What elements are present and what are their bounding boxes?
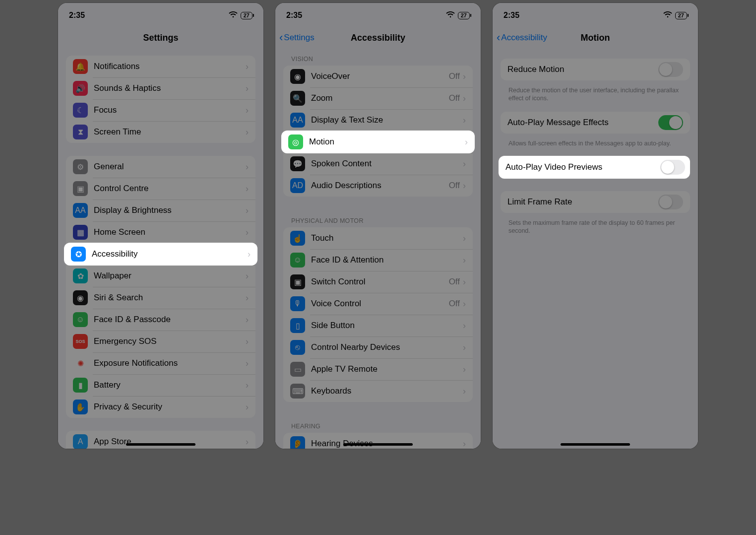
row-icon: ☝: [290, 231, 305, 246]
list-row[interactable]: AA Display & Brightness ›: [66, 200, 255, 221]
settings-group-3: A App Store ›: [66, 431, 255, 449]
list-row[interactable]: A App Store ›: [66, 431, 255, 449]
toggle-switch[interactable]: [658, 115, 683, 130]
toggle-row[interactable]: Auto-Play Message Effects: [501, 112, 690, 134]
row-icon: ▣: [73, 181, 88, 196]
row-icon: ☺: [73, 312, 88, 327]
list-row[interactable]: ☝ Touch ›: [283, 227, 473, 249]
section-motor: PHYSICAL AND MOTOR: [275, 209, 481, 227]
motion-row-highlight[interactable]: ◎ Motion ›: [281, 131, 475, 153]
list-row[interactable]: ◉ VoiceOver Off ›: [283, 66, 473, 87]
list-row[interactable]: AD Audio Descriptions Off ›: [283, 175, 473, 197]
row-label: Zoom: [311, 93, 449, 103]
toggle-switch[interactable]: [658, 62, 683, 77]
row-label: Emergency SOS: [94, 336, 246, 346]
back-label: Accessibility: [501, 33, 547, 43]
list-row[interactable]: ▭ Apple TV Remote ›: [283, 358, 473, 380]
section-vision: VISION: [275, 48, 481, 66]
phone-settings: 2:35 27 Settings 🔔 Notifications › 🔊 Sou…: [58, 3, 263, 449]
list-row[interactable]: ▦ Home Screen ›: [66, 221, 255, 243]
phone-motion: 2:35 27 ‹ Accessibility Motion Reduce Mo…: [493, 3, 698, 449]
list-row[interactable]: ⧗ Screen Time ›: [66, 121, 255, 143]
list-row[interactable]: ▮ Battery ›: [66, 374, 255, 396]
list-row[interactable]: 🔍 Zoom Off ›: [283, 87, 473, 109]
list-row[interactable]: ✋ Privacy & Security ›: [66, 396, 255, 418]
back-button[interactable]: ‹ Accessibility: [497, 32, 547, 43]
chevron-right-icon: ›: [246, 162, 249, 172]
toggle-label: Auto-Play Message Effects: [507, 118, 658, 128]
row-icon: ⧗: [73, 125, 88, 139]
toggle-switch[interactable]: [658, 195, 683, 209]
row-label: Face ID & Passcode: [94, 315, 246, 325]
chevron-right-icon: ›: [246, 336, 249, 347]
nav-header: ‹ Accessibility Motion: [493, 28, 698, 48]
list-row[interactable]: 👂 Hearing Devices ›: [283, 433, 473, 449]
list-row[interactable]: ⌨ Keyboards ›: [283, 380, 473, 402]
section-hearing: HEARING: [275, 415, 481, 433]
list-row[interactable]: 💬 Spoken Content ›: [283, 153, 473, 175]
list-row[interactable]: ☺ Face ID & Passcode ›: [66, 309, 255, 331]
chevron-left-icon: ‹: [279, 32, 283, 43]
list-row[interactable]: ▣ Control Centre ›: [66, 178, 255, 200]
chevron-right-icon: ›: [465, 137, 468, 147]
chevron-right-icon: ›: [246, 227, 249, 238]
row-icon: ◉: [290, 69, 305, 84]
row-icon: ✋: [73, 400, 88, 414]
list-row[interactable]: 🔔 Notifications ›: [66, 56, 255, 77]
row-label: Voice Control: [311, 299, 449, 309]
list-row[interactable]: ▯ Side Button ›: [283, 315, 473, 336]
row-label: Notifications: [94, 62, 246, 71]
list-row[interactable]: ⎋ Control Nearby Devices ›: [283, 336, 473, 358]
list-row[interactable]: ☾ Focus ›: [66, 99, 255, 121]
row-icon: ▦: [73, 225, 88, 240]
row-icon: SOS: [73, 334, 88, 349]
home-indicator[interactable]: [561, 443, 630, 446]
list-row[interactable]: ✺ Exposure Notifications ›: [66, 352, 255, 374]
row-icon: 👂: [290, 436, 305, 449]
list-row[interactable]: ◉ Siri & Search ›: [66, 287, 255, 309]
row-label: Focus: [94, 105, 246, 115]
chevron-right-icon: ›: [248, 249, 251, 260]
list-row[interactable]: 🔊 Sounds & Haptics ›: [66, 77, 255, 99]
row-label: Touch: [311, 233, 463, 243]
row-icon: ▮: [73, 378, 88, 393]
chevron-right-icon: ›: [246, 83, 249, 94]
autoplay-video-previews-toggle[interactable]: [660, 160, 685, 175]
row-label: Sounds & Haptics: [94, 83, 246, 93]
accessibility-icon: ✪: [71, 247, 86, 262]
status-time: 2:35: [504, 11, 519, 20]
chevron-right-icon: ›: [246, 127, 249, 137]
toggle-row[interactable]: Reduce Motion: [501, 59, 690, 80]
row-icon: ▭: [290, 362, 305, 377]
chevron-right-icon: ›: [463, 342, 466, 353]
battery-icon: 27: [458, 12, 470, 19]
list-row[interactable]: ⚙ General ›: [66, 156, 255, 178]
list-row[interactable]: ✿ Wallpaper ›: [66, 265, 255, 287]
row-icon: ⚙: [73, 159, 88, 174]
row-label: Apple TV Remote: [311, 364, 463, 374]
chevron-right-icon: ›: [246, 358, 249, 369]
list-row[interactable]: AA Display & Text Size ›: [283, 109, 473, 131]
row-value: Off: [449, 277, 460, 287]
list-row[interactable]: ☺ Face ID & Attention ›: [283, 249, 473, 271]
status-bar: 2:35 27: [275, 3, 481, 28]
chevron-right-icon: ›: [463, 255, 466, 266]
toggle-row[interactable]: Limit Frame Rate: [501, 191, 690, 213]
chevron-right-icon: ›: [463, 233, 466, 244]
list-row[interactable]: ▣ Switch Control Off ›: [283, 271, 473, 293]
toggle-label: Reduce Motion: [507, 65, 658, 74]
status-time: 2:35: [286, 11, 302, 20]
wifi-icon: [663, 11, 672, 20]
autoplay-video-previews-row-highlight[interactable]: Auto-Play Video Previews: [499, 156, 690, 179]
back-button[interactable]: ‹ Settings: [279, 32, 315, 43]
row-icon: ◉: [73, 290, 88, 305]
list-row[interactable]: 🎙 Voice Control Off ›: [283, 293, 473, 315]
home-indicator[interactable]: [343, 443, 413, 446]
accessibility-row-highlight[interactable]: ✪ Accessibility ›: [64, 243, 257, 266]
row-label: Face ID & Attention: [311, 255, 463, 265]
home-indicator[interactable]: [126, 443, 195, 446]
list-row[interactable]: SOS Emergency SOS ›: [66, 331, 255, 352]
nav-title: Settings: [58, 28, 263, 48]
row-label: Privacy & Security: [94, 402, 246, 412]
row-label: Control Nearby Devices: [311, 342, 463, 352]
